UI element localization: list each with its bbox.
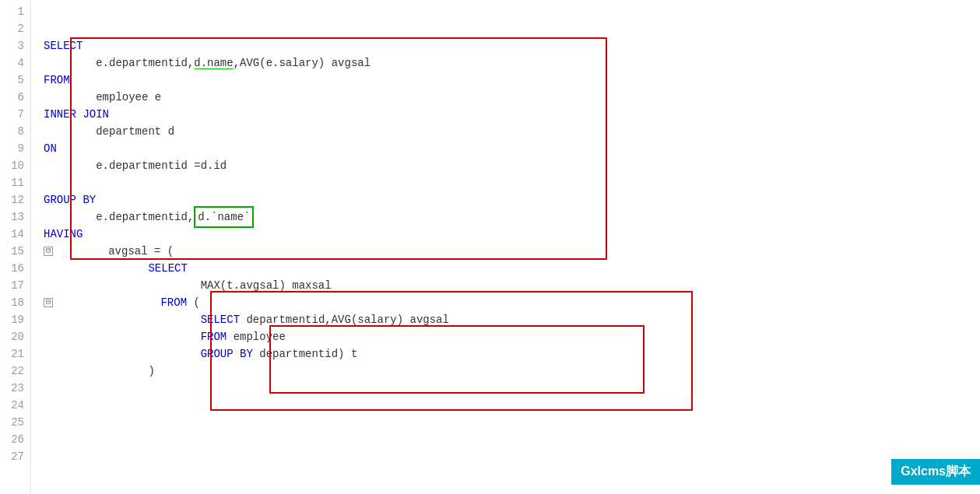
code-text: ,AVG(e.salary) avgsal bbox=[234, 54, 371, 72]
code-content: SELECT e.departmentid,d.name,AVG(e.salar… bbox=[31, 0, 980, 494]
keyword-select-19: SELECT bbox=[201, 311, 240, 328]
code-line-7: INNER JOIN bbox=[44, 106, 980, 123]
code-text bbox=[56, 294, 160, 311]
code-line-23 bbox=[44, 380, 980, 397]
code-text: e.departmentid =d.id bbox=[44, 157, 227, 174]
code-text: ) bbox=[44, 363, 155, 380]
code-line-11 bbox=[44, 174, 980, 191]
code-line-1 bbox=[44, 3, 980, 20]
code-line-3: SELECT bbox=[44, 37, 980, 54]
code-text bbox=[44, 345, 201, 363]
keyword-select: SELECT bbox=[44, 37, 83, 54]
keyword-inner-join: INNER JOIN bbox=[44, 106, 109, 123]
code-line-12: GROUP BY bbox=[44, 191, 980, 208]
code-text: employee bbox=[227, 328, 286, 345]
code-line-15: ⊟ avgsal = ( bbox=[44, 243, 980, 260]
code-line-27 bbox=[44, 448, 980, 465]
keyword-from-18: FROM bbox=[160, 294, 187, 311]
code-line-5: FROM bbox=[44, 72, 980, 89]
code-line-13: e.departmentid,d.`name` bbox=[44, 208, 980, 226]
code-text: employee e bbox=[44, 89, 161, 106]
code-text: departmentid) t bbox=[253, 345, 357, 363]
code-line-18: ⊟ FROM ( bbox=[44, 294, 980, 311]
code-text bbox=[44, 260, 148, 277]
code-text bbox=[44, 328, 201, 345]
collapse-icon-15[interactable]: ⊟ bbox=[44, 247, 53, 256]
code-line-26 bbox=[44, 431, 980, 448]
code-text: MAX(t.avgsal) maxsal bbox=[44, 277, 332, 294]
highlighted-dname: d.name bbox=[194, 54, 233, 72]
keyword-on: ON bbox=[44, 140, 57, 157]
code-text: e.departmentid, bbox=[44, 208, 194, 226]
code-text bbox=[44, 311, 201, 328]
code-text: department d bbox=[44, 123, 174, 140]
code-line-20: FROM employee bbox=[44, 328, 980, 345]
code-editor: 1 2 3 4 5 6 7 8 9 10 11 12 13 14 15 16 1… bbox=[0, 0, 980, 494]
code-line-2 bbox=[44, 20, 980, 37]
code-line-10: e.departmentid =d.id bbox=[44, 157, 980, 174]
keyword-having: HAVING bbox=[44, 226, 83, 243]
code-line-16: SELECT bbox=[44, 260, 980, 277]
keyword-from-20: FROM bbox=[201, 328, 227, 345]
code-text: avgsal = ( bbox=[56, 243, 174, 260]
keyword-group-by: GROUP BY bbox=[44, 191, 96, 208]
code-line-6: employee e bbox=[44, 89, 980, 106]
code-line-21: GROUP BY departmentid) t bbox=[44, 345, 980, 363]
collapse-icon-18[interactable]: ⊟ bbox=[44, 298, 53, 307]
code-line-22: ) bbox=[44, 363, 980, 380]
keyword-select-16: SELECT bbox=[148, 260, 187, 277]
keyword-group-by-21: GROUP BY bbox=[201, 345, 253, 363]
code-text: ( bbox=[187, 294, 200, 311]
code-line-24 bbox=[44, 397, 980, 414]
code-line-17: MAX(t.avgsal) maxsal bbox=[44, 277, 980, 294]
code-text: departmentid,AVG(salary) avgsal bbox=[240, 311, 449, 328]
highlighted-dname-backtick: d.`name` bbox=[194, 206, 254, 228]
code-line-4: e.departmentid,d.name,AVG(e.salary) avgs… bbox=[44, 54, 980, 72]
code-line-8: department d bbox=[44, 123, 980, 140]
code-line-14: HAVING bbox=[44, 226, 980, 243]
line-numbers: 1 2 3 4 5 6 7 8 9 10 11 12 13 14 15 16 1… bbox=[0, 0, 31, 494]
code-line-19: SELECT departmentid,AVG(salary) avgsal bbox=[44, 311, 980, 328]
watermark-badge: Gxlcms脚本 bbox=[891, 459, 980, 485]
keyword-from: FROM bbox=[44, 72, 70, 89]
code-line-25 bbox=[44, 414, 980, 431]
code-line-9: ON bbox=[44, 140, 980, 157]
code-text: e.departmentid, bbox=[44, 54, 194, 72]
